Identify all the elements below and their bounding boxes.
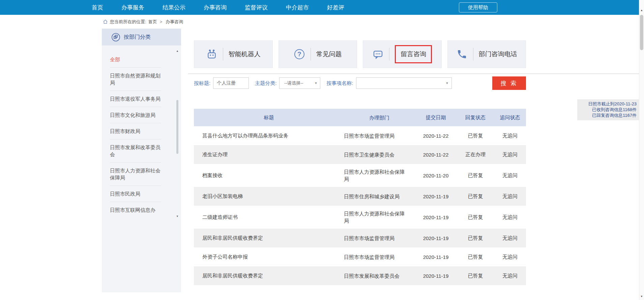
column-header-department: 办理部门 [344,114,415,121]
table-header-row: 标题 办理部门 提交日期 回复状态 追问状态 [194,109,526,126]
scroll-down-icon[interactable]: ▼ [175,215,179,218]
cell-department: 日照市发展和改革委员会 [344,272,415,279]
table-row[interactable]: 老旧小区加装电梯 日照市住房和城乡建设局 2020-11-19 已答复 无追问 [194,187,526,206]
scroll-up-icon[interactable]: ▲ [175,49,179,53]
consultation-stats-box: 日照市截止到2020-11-23 已收到咨询信息1168件 已回复咨询信息116… [577,99,639,120]
sidebar-item-internet-info[interactable]: 日照市互联网信息办 [110,202,161,218]
table-row[interactable]: 外资子公司名称申报 日照市市场监督管理局 2020-11-19 已答复 无追问 [194,247,526,266]
breadcrumb: 您当前所在的位置: 首页 > 办事咨询 [0,15,639,29]
scroll-down-icon[interactable]: ▼ [639,295,644,298]
stats-line-2: 已收到咨询信息1168件 [579,107,637,112]
table-row[interactable]: 档案接收 日照市人力资源和社会保障局 2020-11-20 已答复 无追问 [194,164,526,187]
cell-followup-status: 无追问 [494,133,526,139]
nav-item-supervision[interactable]: 监督评议 [245,4,268,11]
sidebar-item-culture-tourism[interactable]: 日照市文化和旅游局 [110,107,161,123]
cell-title[interactable]: 居民和非居民供暖收费界定 [194,273,344,279]
column-header-reply-status: 回复状态 [457,114,494,121]
sidebar-item-development-reform[interactable]: 日照市发展和改革委员会 [110,139,161,163]
title-filter-label: 按标题: [194,80,210,87]
home-icon [103,19,108,24]
department-sidebar: 按部门分类 全部 日照市自然资源和规划局 日照市退役军人事务局 日照市文化和旅游… [102,29,181,292]
nav-item-rating[interactable]: 好差评 [327,4,344,11]
scroll-up-icon[interactable]: ▲ [639,9,644,12]
tab-smart-robot[interactable]: 智能机器人 [194,40,273,68]
nav-item-results[interactable]: 结果公示 [163,4,185,11]
cell-date: 2020-11-22 [415,133,457,139]
cell-title[interactable]: 居民和非居民供暖收费界定 [194,235,344,241]
cell-reply-status: 已答复 [457,193,494,200]
table-row[interactable]: 居民和非居民供暖收费界定 日照市发展和改革委员会 2020-11-19 已答复 … [194,266,526,285]
cell-reply-status: 已答复 [457,254,494,260]
tab-message-consult[interactable]: 留言咨询 [363,40,442,68]
cell-date: 2020-11-19 [415,235,457,241]
nav-item-services[interactable]: 办事服务 [121,4,144,11]
tab-divider [473,48,473,61]
cell-department: 日照市住房和城乡建设局 [344,193,415,200]
topic-select-value: --请选择-- [284,80,312,86]
sidebar-scrollbar[interactable]: ▲ ▼ [175,49,179,218]
cell-reply-status: 正在办理 [457,152,494,158]
title-search-input[interactable] [213,77,249,89]
tab-label-smart-robot: 智能机器人 [229,50,261,59]
cell-title[interactable]: 档案接收 [194,172,344,179]
table-row[interactable]: 二级建造师证书 日照市人力资源和社会保障局 2020-11-19 已答复 无追问 [194,206,526,229]
search-button[interactable]: 搜 索 [492,76,526,90]
nav-menu: 首页 办事服务 结果公示 办事咨询 监督评议 中介超市 好差评 [0,4,344,11]
category-icon [111,33,120,42]
page-scrollbar-thumb[interactable] [640,15,643,50]
sidebar-item-all[interactable]: 全部 [110,52,161,68]
cell-title[interactable]: 准生证办理 [194,152,344,158]
table-row[interactable]: 准生证办理 日照市卫生健康委员会 2020-11-22 正在办理 无追问 [194,145,526,164]
consultation-table: 标题 办理部门 提交日期 回复状态 追问状态 莒县什么地方可以办理商品条形码业务… [194,109,526,285]
tab-label-department-phone: 部门咨询电话 [479,50,517,59]
table-row[interactable]: 居民和非居民供暖收费界定 日照市市场监督管理局 2020-11-19 已答复 无… [194,229,526,247]
item-name-select[interactable]: ▼ [356,77,452,89]
nav-item-consultation[interactable]: 办事咨询 [204,4,227,11]
department-list: 全部 日照市自然资源和规划局 日照市退役军人事务局 日照市文化和旅游局 日照市财… [102,45,181,218]
cell-reply-status: 已答复 [457,133,494,139]
cell-date: 2020-11-19 [415,214,457,220]
cell-date: 2020-11-19 [415,273,457,279]
breadcrumb-separator: > [160,19,163,24]
cell-title[interactable]: 老旧小区加装电梯 [194,193,344,200]
chevron-down-icon: ▼ [314,81,317,85]
cell-title[interactable]: 外资子公司名称申报 [194,254,344,260]
cell-department: 日照市市场监督管理局 [344,235,415,242]
tab-divider [389,48,389,61]
sidebar-title: 按部门分类 [124,34,151,41]
tab-label-message-consult-highlighted: 留言咨询 [395,45,432,63]
sidebar-item-veterans-affairs[interactable]: 日照市退役军人事务局 [110,91,161,107]
cell-title[interactable]: 莒县什么地方可以办理商品条形码业务 [194,133,344,139]
cell-followup-status: 无追问 [494,152,526,158]
cell-reply-status: 已答复 [457,214,494,221]
cell-department: 日照市人力资源和社会保障局 [344,210,415,224]
table-row[interactable]: 莒县什么地方可以办理商品条形码业务 日照市市场监督管理局 2020-11-22 … [194,126,526,145]
sidebar-item-natural-resources[interactable]: 日照市自然资源和规划局 [110,68,161,91]
item-name-filter-label: 按事项名称: [326,80,353,87]
cell-reply-status: 已答复 [457,273,494,279]
breadcrumb-home-link[interactable]: 首页 [148,19,157,25]
cell-reply-status: 已答复 [457,235,494,241]
cell-followup-status: 无追问 [494,214,526,221]
stats-line-1: 日照市截止到2020-11-23 [579,101,637,107]
cell-title[interactable]: 二级建造师证书 [194,214,344,221]
tab-faq[interactable]: ? 常见问题 [279,40,357,68]
tab-department-phone[interactable]: 部门咨询电话 [447,40,526,68]
cell-department: 日照市市场监督管理局 [344,254,415,261]
sidebar-scrollbar-thumb[interactable] [176,100,178,154]
tab-divider [223,48,223,61]
nav-item-agency-market[interactable]: 中介超市 [286,4,309,11]
column-header-title: 标题 [194,114,344,121]
nav-item-home[interactable]: 首页 [92,4,103,11]
cell-department: 日照市人力资源和社会保障局 [344,168,415,182]
help-button[interactable]: 使用帮助 [459,2,497,12]
cell-date: 2020-11-19 [415,254,457,260]
sidebar-item-finance[interactable]: 日照市财政局 [110,123,161,139]
sidebar-item-human-resources[interactable]: 日照市人力资源和社会保障局 [110,163,161,186]
search-filter-bar: 按标题: 主题分类: --请选择-- ▼ 按事项名称: ▼ 搜 索 [194,76,526,90]
main-content: 智能机器人 ? 常见问题 留言咨询 [194,29,526,295]
cell-department: 日照市市场监督管理局 [344,132,415,139]
page-scrollbar[interactable]: ▲ ▼ [639,0,644,300]
sidebar-item-civil-affairs[interactable]: 日照市民政局 [110,186,161,202]
topic-select[interactable]: --请选择-- ▼ [279,77,320,89]
